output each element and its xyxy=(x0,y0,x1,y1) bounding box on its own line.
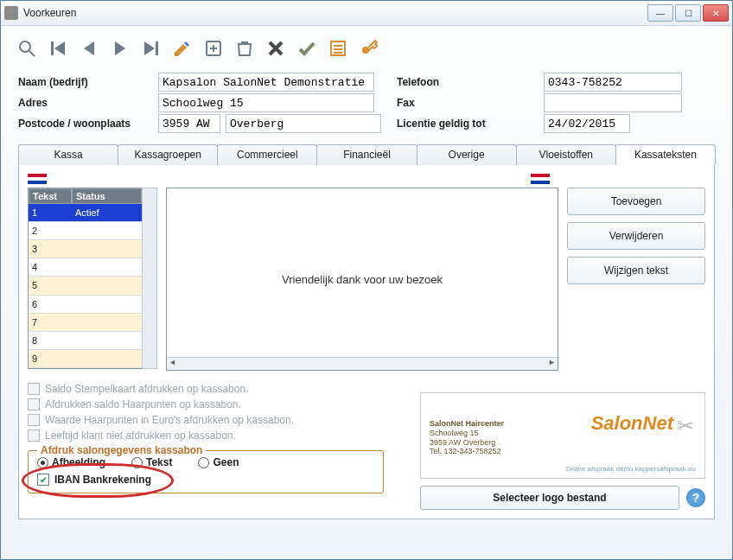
col-status[interactable]: Status xyxy=(72,188,142,204)
postcode-label: Postcode / woonplaats xyxy=(18,118,158,130)
salon-data-groupbox: Afdruk salongegevens kassabon Afbeelding… xyxy=(28,450,384,493)
address-label: Adres xyxy=(18,97,158,109)
checkbox-icon xyxy=(28,430,40,442)
side-button-group: Toevoegen Verwijderen Wijzigen tekst xyxy=(567,188,705,371)
city-input[interactable] xyxy=(226,114,381,133)
search-icon[interactable] xyxy=(13,35,41,62)
tab-kassateksten[interactable]: Kassateksten xyxy=(615,144,716,165)
header-form: Naam (bedrijf) Adres Postcode / woonplaa… xyxy=(1,71,732,140)
edit-text-button[interactable]: Wijzigen tekst xyxy=(567,257,705,284)
scissors-icon: ✂ xyxy=(677,414,699,436)
minimize-button[interactable]: — xyxy=(647,4,673,22)
svg-marker-4 xyxy=(84,41,94,55)
fax-label: Fax xyxy=(397,97,544,109)
svg-point-0 xyxy=(20,41,30,52)
first-record-icon[interactable] xyxy=(44,35,72,62)
tabstrip: Kassa Kassagroepen Commercieel Financieë… xyxy=(18,143,715,165)
table-row[interactable]: 4 xyxy=(29,258,142,277)
delete-button[interactable]: Verwijderen xyxy=(567,222,705,250)
svg-marker-6 xyxy=(144,41,155,55)
list-icon[interactable] xyxy=(324,35,352,62)
tab-overige[interactable]: Overige xyxy=(417,144,517,165)
close-button[interactable]: ✕ xyxy=(703,4,729,22)
select-logo-button[interactable]: Selecteer logo bestand xyxy=(420,486,679,510)
window-buttons: — ☐ ✕ xyxy=(647,4,729,22)
phone-input[interactable] xyxy=(544,73,682,92)
table-row[interactable]: 3 xyxy=(29,240,142,258)
table-row[interactable]: 6 xyxy=(29,296,142,314)
preferences-window: Voorkeuren — ☐ ✕ Naam (bedrijf) xyxy=(0,0,733,560)
preview-text: Vriendelijk dank voor uw bezoek xyxy=(282,273,443,286)
cancel-icon[interactable] xyxy=(262,35,290,62)
ok-icon[interactable] xyxy=(293,35,321,62)
add-button[interactable]: Toevoegen xyxy=(567,188,705,215)
titlebar: Voorkeuren — ☐ ✕ xyxy=(1,1,732,26)
logo-section: SalonNet Haircenter Schoolweg 15 3959 AW… xyxy=(420,392,705,510)
toolbar xyxy=(1,26,732,71)
table-row[interactable]: 1Actief xyxy=(29,204,142,222)
tab-commercieel[interactable]: Commercieel xyxy=(217,144,317,165)
svg-line-1 xyxy=(29,51,35,56)
tab-financieel[interactable]: Financieël xyxy=(316,144,417,165)
preview-scrollbar[interactable]: ◄► xyxy=(167,357,558,370)
logo-preview: SalonNet Haircenter Schoolweg 15 3959 AW… xyxy=(420,392,705,479)
company-name-input[interactable] xyxy=(158,73,374,92)
tab-kassa[interactable]: Kassa xyxy=(18,144,118,165)
next-record-icon[interactable] xyxy=(106,35,134,62)
postcode-input[interactable] xyxy=(158,114,220,133)
delete-icon[interactable] xyxy=(231,35,258,62)
table-row[interactable]: 5 xyxy=(29,277,142,295)
key-icon[interactable] xyxy=(355,35,383,62)
checkbox-icon xyxy=(28,398,40,410)
edit-icon[interactable] xyxy=(169,35,196,62)
tab-kassagroepen[interactable]: Kassagroepen xyxy=(118,144,218,165)
phone-label: Telefoon xyxy=(397,76,544,88)
language-flags xyxy=(28,174,705,184)
highlight-circle xyxy=(22,463,174,498)
grid-scrollbar[interactable] xyxy=(142,188,157,369)
svg-marker-5 xyxy=(115,41,125,55)
help-button[interactable]: ? xyxy=(686,488,705,507)
text-grid[interactable]: Tekst Status 1Actief 2 3 4 5 6 7 8 9 xyxy=(28,188,143,369)
groupbox-legend: Afdruk salongegevens kassabon xyxy=(37,444,206,456)
address-input[interactable] xyxy=(158,93,374,112)
table-row[interactable]: 2 xyxy=(29,222,142,240)
col-tekst[interactable]: Tekst xyxy=(29,188,72,204)
logo-sub: Online afspraak demo.kappersafspraak.eu xyxy=(565,465,696,473)
table-row[interactable]: 7 xyxy=(29,314,142,332)
fax-input[interactable] xyxy=(544,93,682,112)
svg-marker-3 xyxy=(54,41,65,55)
table-row[interactable]: 9 xyxy=(29,350,142,368)
new-icon[interactable] xyxy=(200,35,227,62)
svg-rect-7 xyxy=(156,41,158,55)
receipt-text-preview: Vriendelijk dank voor uw bezoek ◄► xyxy=(166,188,558,371)
license-label: Licentie geldig tot xyxy=(397,118,544,130)
table-row[interactable]: 8 xyxy=(29,332,142,350)
license-input[interactable] xyxy=(544,114,630,133)
logo-brand: SalonNet xyxy=(591,412,673,435)
svg-rect-2 xyxy=(51,41,54,55)
text-grid-wrap: Tekst Status 1Actief 2 3 4 5 6 7 8 9 xyxy=(28,188,157,369)
app-icon xyxy=(4,6,18,20)
tab-content: Tekst Status 1Actief 2 3 4 5 6 7 8 9 xyxy=(18,165,715,519)
radio-geen[interactable]: Geen xyxy=(198,456,239,468)
company-name-label: Naam (bedrijf) xyxy=(18,76,158,88)
window-title: Voorkeuren xyxy=(23,7,647,19)
radio-icon xyxy=(198,457,209,468)
checkbox-icon xyxy=(28,414,40,426)
checkbox-icon xyxy=(28,383,40,395)
maximize-button[interactable]: ☐ xyxy=(675,4,701,22)
last-record-icon[interactable] xyxy=(137,35,165,62)
tab-vloeistoffen[interactable]: Vloeistoffen xyxy=(516,144,616,165)
flag-nl-right[interactable] xyxy=(531,174,550,184)
logo-line4: Tel. 132-343-758252 xyxy=(430,447,696,456)
prev-record-icon[interactable] xyxy=(75,35,103,62)
flag-nl-left[interactable] xyxy=(28,174,47,184)
logo-line3: 3959 AW Overberg xyxy=(430,438,696,448)
